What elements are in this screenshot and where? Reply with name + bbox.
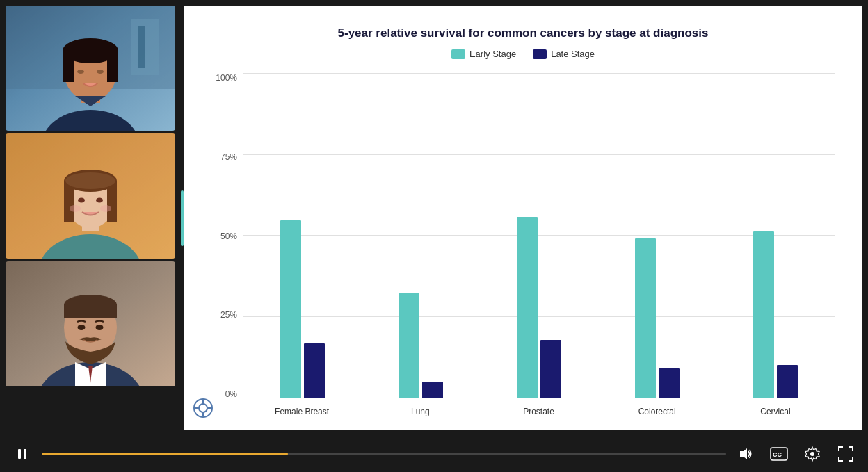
svg-point-24	[100, 205, 111, 212]
svg-rect-40	[24, 449, 26, 459]
svg-point-11	[97, 70, 104, 74]
x-label-2: Prostate	[479, 402, 597, 416]
bar-early-2	[517, 217, 538, 398]
x-axis: Female BreastLungProstateColorectalCervi…	[243, 398, 835, 416]
bar-late-4	[777, 365, 798, 398]
bar-early-1	[399, 293, 419, 398]
svg-rect-8	[63, 51, 74, 82]
right-controls: CC	[734, 443, 857, 465]
grid-line-75	[243, 154, 835, 155]
y-label-100: 100%	[216, 73, 237, 83]
progress-fill	[42, 453, 288, 455]
chart-legend: Early Stage Late Stage	[211, 49, 835, 59]
chart-title: 5-year relative survival for common canc…	[211, 26, 835, 40]
fullscreen-button[interactable]	[835, 443, 857, 465]
legend-late: Late Stage	[533, 49, 595, 59]
bar-group-1	[362, 293, 480, 398]
legend-early-color	[451, 49, 465, 59]
svg-point-32	[96, 325, 104, 330]
svg-rect-18	[64, 181, 74, 222]
legend-late-label: Late Stage	[551, 49, 595, 59]
bar-group-4	[716, 231, 835, 398]
settings-button[interactable]	[801, 443, 823, 465]
sidebar	[0, 0, 181, 436]
bar-group-2	[480, 217, 598, 398]
svg-point-10	[77, 70, 84, 74]
participant-video-3[interactable]	[6, 261, 175, 386]
bar-early-3	[635, 238, 656, 398]
svg-text:CC: CC	[773, 451, 782, 458]
svg-rect-9	[107, 51, 118, 82]
participant-video-2[interactable]	[6, 133, 175, 259]
presentation-area: 5-year relative survival for common canc…	[184, 0, 868, 436]
x-label-3: Colorectal	[598, 402, 716, 416]
pause-button[interactable]	[11, 443, 33, 465]
svg-rect-19	[107, 181, 117, 222]
cc-button[interactable]: CC	[768, 443, 790, 465]
svg-point-31	[78, 325, 86, 330]
svg-point-34	[199, 404, 207, 412]
svg-point-21	[78, 198, 85, 203]
bar-group-0	[243, 220, 362, 398]
x-label-1: Lung	[361, 402, 479, 416]
svg-rect-3	[138, 26, 145, 68]
logo-icon	[193, 398, 213, 421]
chart-inner: 100% 75% 50% 25% 0%	[211, 73, 835, 416]
bar-early-0	[280, 220, 301, 398]
svg-marker-41	[740, 448, 747, 459]
bar-late-0	[304, 343, 325, 398]
controls-bar: CC	[0, 436, 868, 472]
bar-early-4	[753, 231, 774, 398]
bar-group-3	[598, 238, 716, 398]
y-label-25: 25%	[220, 310, 237, 320]
bar-late-1	[422, 382, 443, 398]
svg-point-44	[810, 452, 814, 456]
volume-button[interactable]	[734, 443, 757, 465]
y-axis: 100% 75% 50% 25% 0%	[211, 73, 243, 416]
bar-late-2	[540, 340, 561, 398]
participant-video-1[interactable]	[6, 6, 175, 131]
slide-container: 5-year relative survival for common canc…	[184, 6, 862, 430]
svg-rect-30	[64, 304, 117, 318]
x-labels: Female BreastLungProstateColorectalCervi…	[243, 402, 835, 416]
x-label-4: Cervical	[716, 402, 835, 416]
legend-late-color	[533, 49, 547, 59]
y-label-50: 50%	[220, 231, 237, 241]
legend-early-label: Early Stage	[469, 49, 516, 59]
grid-line-100	[243, 73, 835, 74]
chart-body: Female BreastLungProstateColorectalCervi…	[243, 73, 835, 416]
y-label-75: 75%	[220, 152, 237, 162]
chart-area: 100% 75% 50% 25% 0%	[211, 73, 835, 416]
x-label-0: Female Breast	[243, 402, 361, 416]
svg-point-22	[96, 198, 103, 203]
svg-point-20	[65, 172, 115, 189]
main-content: 5-year relative survival for common canc…	[0, 0, 868, 436]
svg-rect-39	[18, 449, 21, 459]
legend-early: Early Stage	[451, 49, 516, 59]
bar-late-3	[659, 368, 680, 398]
svg-point-23	[70, 205, 81, 212]
progress-bar[interactable]	[42, 453, 726, 455]
y-label-0: 0%	[225, 389, 237, 399]
bars-container	[243, 73, 835, 398]
